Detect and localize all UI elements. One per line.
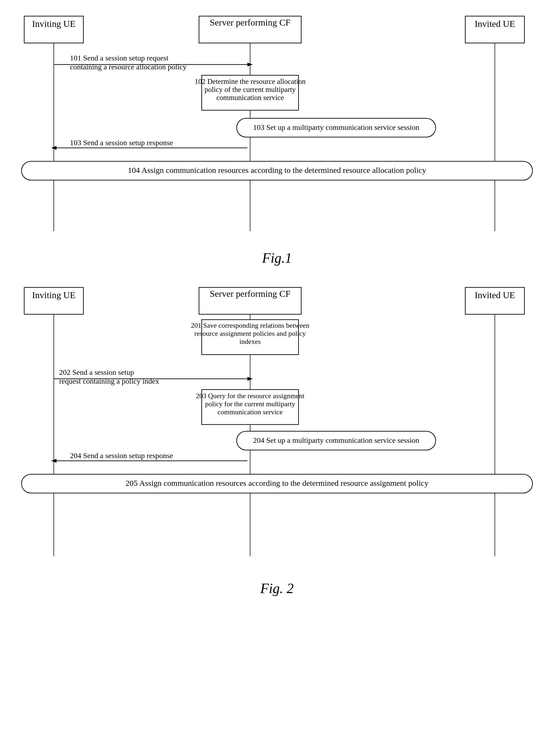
step203-line1: 203 Query for the resource assignment <box>196 392 304 400</box>
step103-oval-label: 103 Set up a multiparty communication se… <box>253 123 419 131</box>
figure-2: Inviting UE Server performing CF Invited… <box>16 282 538 596</box>
figure1-svg: Inviting UE Server performing CF Invited… <box>16 11 538 242</box>
invited-ue-label-2: Invited UE <box>475 290 515 300</box>
step202-line1: 202 Send a session setup <box>59 368 134 376</box>
step204-oval-label: 204 Set up a multiparty communication se… <box>253 436 419 445</box>
step101-label: 101 Send a session setup request <box>70 54 169 62</box>
figure-1: Inviting UE Server performing CF Invited… <box>16 11 538 266</box>
step204-arrow-label: 204 Send a session setup response <box>70 451 173 460</box>
server-cf-label-1: Server performing CF <box>210 17 290 27</box>
step101-label2: containing a resource allocation policy <box>70 63 187 71</box>
step102-line3: communication service <box>216 94 284 102</box>
step201-line3: indexes <box>239 338 261 345</box>
fig1-label: Fig.1 <box>16 250 538 266</box>
step205-label: 205 Assign communication resources accor… <box>126 478 428 487</box>
step203-line3: communication service <box>218 408 283 416</box>
step201-line2: resource assignment policies and policy <box>195 330 306 337</box>
fig2-label: Fig. 2 <box>16 580 538 596</box>
figure2-svg: Inviting UE Server performing CF Invited… <box>16 282 538 572</box>
step102-line1: 102 Determine the resource allocation <box>195 77 306 85</box>
step202-line2: request containing a policy index <box>59 377 159 385</box>
step103-arrow-label: 103 Send a session setup response <box>70 138 173 147</box>
server-cf-label-2: Server performing CF <box>210 289 290 299</box>
step104-label: 104 Assign communication resources accor… <box>128 166 426 174</box>
step203-line2: policy for the current multiparty <box>205 400 295 408</box>
inviting-ue-label-1: Inviting UE <box>32 19 75 29</box>
inviting-ue-label-2: Inviting UE <box>32 290 75 300</box>
step102-line2: policy of the current multiparty <box>205 85 296 94</box>
invited-ue-label-1: Invited UE <box>475 19 515 29</box>
step201-line1: 201 Save corresponding relations between <box>191 322 309 329</box>
